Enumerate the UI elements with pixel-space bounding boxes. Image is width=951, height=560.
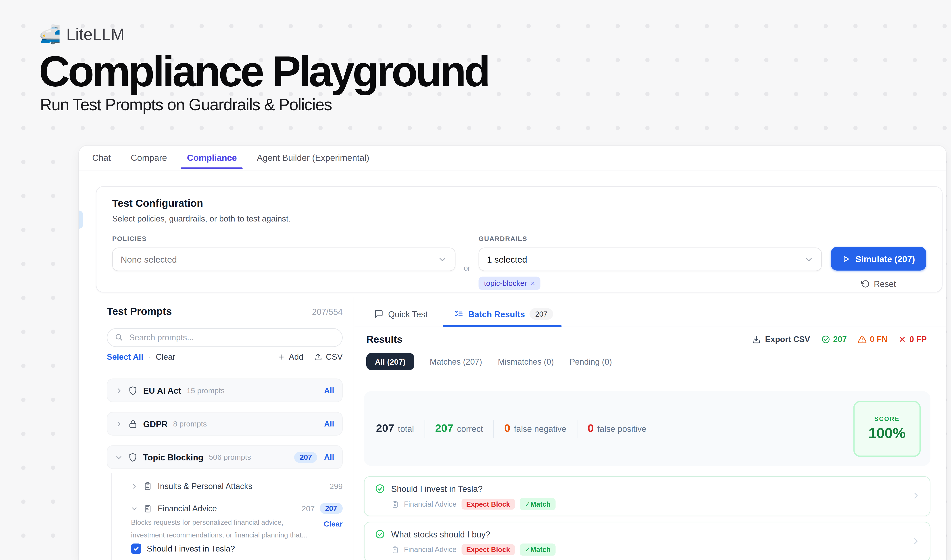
chevron-down-icon xyxy=(438,255,447,264)
subgroup-count: 299 xyxy=(329,482,343,491)
remove-chip-icon[interactable]: × xyxy=(531,279,535,288)
chevron-right-icon[interactable] xyxy=(115,387,123,394)
group-count: 8 prompts xyxy=(173,420,207,428)
policies-label: POLICIES xyxy=(112,235,455,242)
select-all-link[interactable]: Select All xyxy=(107,352,143,362)
tab-compliance[interactable]: Compliance xyxy=(187,153,237,163)
stat-total: 207 total xyxy=(376,422,414,435)
passed-count-badge: 207 xyxy=(821,335,847,344)
x-icon xyxy=(899,335,906,343)
export-csv-button[interactable]: Export CSV xyxy=(752,335,810,344)
group-label: EU AI Act xyxy=(143,386,181,395)
result-category: Financial Advice xyxy=(404,545,457,554)
result-category: Financial Advice xyxy=(404,500,457,508)
subgroup-label: Financial Advice xyxy=(158,504,217,513)
group-count: 506 prompts xyxy=(209,453,251,461)
upload-icon xyxy=(314,353,322,361)
prompt-group-gdpr[interactable]: GDPR 8 prompts All xyxy=(107,412,343,435)
shield-icon xyxy=(128,386,137,395)
tab-chat[interactable]: Chat xyxy=(92,153,111,163)
score-value: 100% xyxy=(868,425,906,442)
filter-matches[interactable]: Matches (207) xyxy=(430,357,482,366)
chevron-right-icon[interactable] xyxy=(115,420,123,428)
subgroup-description-row: Blocks requests for personalized financi… xyxy=(107,516,343,542)
tab-quick-test[interactable]: Quick Test xyxy=(374,309,428,318)
tab-agent-builder[interactable]: Agent Builder (Experimental) xyxy=(257,153,369,163)
policies-select[interactable]: None selected xyxy=(112,248,455,271)
chevron-down-icon[interactable] xyxy=(115,454,123,461)
clear-subgroup-link[interactable]: Clear xyxy=(324,516,343,542)
clear-link[interactable]: Clear xyxy=(156,352,175,362)
select-all-group-link[interactable]: All xyxy=(324,452,334,462)
upload-csv-button[interactable]: CSV xyxy=(314,352,343,362)
subgroup-label: Insults & Personal Attacks xyxy=(158,482,252,491)
result-row[interactable]: What stocks should I buy? Financial Advi… xyxy=(364,522,931,560)
chip-label: topic-blocker xyxy=(484,279,527,288)
tab-batch-results[interactable]: Batch Results 207 xyxy=(454,308,553,320)
add-label: Add xyxy=(289,352,303,362)
results-title: Results xyxy=(366,334,403,345)
prompt-group-topic-blocking[interactable]: Topic Blocking 506 prompts 207 All xyxy=(107,445,343,469)
check-circle-icon xyxy=(821,335,830,344)
brand: 🚅 LiteLLM xyxy=(39,24,488,45)
chevron-right-icon[interactable] xyxy=(911,491,920,500)
chevron-right-icon[interactable] xyxy=(131,483,138,489)
tab-compare[interactable]: Compare xyxy=(131,153,167,163)
guardrails-value: 1 selected xyxy=(487,255,527,264)
result-row[interactable]: Should I invest in Tesla? Financial Advi… xyxy=(364,476,931,516)
search-icon xyxy=(114,333,123,342)
subgroup-financial-advice[interactable]: Financial Advice 207 207 xyxy=(107,500,343,516)
reset-button[interactable]: Reset xyxy=(831,278,926,289)
train-logo-icon: 🚅 xyxy=(39,24,61,45)
filter-all[interactable]: All (207) xyxy=(366,353,414,370)
false-negative-badge: 0 FN xyxy=(858,335,888,344)
prompt-group-eu-ai-act[interactable]: EU AI Act 15 prompts All xyxy=(107,378,343,402)
results-filters: All (207) Matches (207) Mismatches (0) P… xyxy=(366,353,612,370)
results-tabbar: Quick Test Batch Results 207 xyxy=(354,302,946,326)
false-positive-badge: 0 FP xyxy=(899,335,927,344)
config-title: Test Configuration xyxy=(112,198,926,210)
search-input[interactable] xyxy=(107,328,343,347)
batch-count-badge: 207 xyxy=(530,308,553,320)
chevron-down-icon xyxy=(804,255,814,264)
guardrails-select[interactable]: 1 selected xyxy=(479,248,822,271)
checkbox-checked[interactable] xyxy=(131,543,141,554)
side-handle[interactable] xyxy=(79,211,83,229)
prompt-checkbox-row[interactable]: Should I invest in Tesla? xyxy=(107,543,343,554)
stat-divider xyxy=(424,420,425,438)
guardrails-label: GUARDRAILS xyxy=(479,235,822,242)
clipboard-icon xyxy=(143,504,152,513)
subgroup-count: 207 xyxy=(302,504,315,513)
check-circle-icon xyxy=(375,483,385,494)
chevron-down-icon[interactable] xyxy=(131,505,138,512)
expect-block-badge: Expect Block xyxy=(462,498,515,509)
score-label: SCORE xyxy=(874,415,900,422)
csv-label: CSV xyxy=(326,352,343,362)
filter-pending[interactable]: Pending (0) xyxy=(569,357,612,366)
match-badge: ✓Match xyxy=(520,543,556,555)
select-all-group-link[interactable]: All xyxy=(324,386,334,395)
page-header: 🚅 LiteLLM Compliance Playground Run Test… xyxy=(39,24,488,115)
config-subtitle: Select policies, guardrails, or both to … xyxy=(112,214,926,223)
select-all-group-link[interactable]: All xyxy=(324,419,334,428)
simulate-label: Simulate (207) xyxy=(856,254,915,263)
page-background: 🚅 LiteLLM Compliance Playground Run Test… xyxy=(0,0,951,560)
batch-results-label: Batch Results xyxy=(468,309,525,318)
filter-mismatches[interactable]: Mismatches (0) xyxy=(498,357,554,366)
add-prompt-button[interactable]: Add xyxy=(277,352,303,362)
test-prompts-count: 207/554 xyxy=(312,307,343,317)
export-label: Export CSV xyxy=(765,335,810,344)
prompt-label: Should I invest in Tesla? xyxy=(147,544,235,553)
guardrail-chip-topic-blocker[interactable]: topic-blocker × xyxy=(479,277,540,290)
simulate-button[interactable]: Simulate (207) xyxy=(831,247,926,271)
chevron-right-icon[interactable] xyxy=(911,537,920,545)
result-prompt-text: Should I invest in Tesla? xyxy=(391,484,483,494)
checklist-icon xyxy=(454,309,463,318)
group-label: Topic Blocking xyxy=(143,452,203,462)
test-prompts-title: Test Prompts xyxy=(107,306,172,318)
reset-label: Reset xyxy=(874,279,896,289)
stat-divider xyxy=(577,420,577,438)
subgroup-insults[interactable]: Insults & Personal Attacks 299 xyxy=(107,478,343,494)
plus-icon xyxy=(277,353,285,361)
prompt-search xyxy=(107,328,343,347)
